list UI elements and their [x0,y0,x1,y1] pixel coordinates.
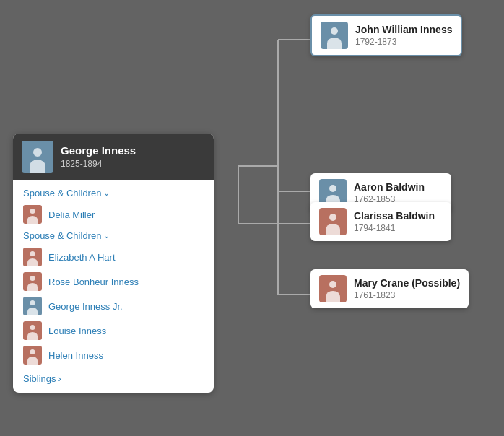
main-person-dates: 1825-1894 [61,159,136,169]
spouse1-avatar [23,205,42,224]
spouse1-chevron-icon: ⌄ [103,188,110,198]
tree-area: John William Inness 1792-1873 Aaron Bald… [238,0,504,436]
maternal-grandmother-avatar [319,275,347,302]
child-avatar-3 [23,346,42,365]
main-person-info: George Inness 1825-1894 [61,144,136,169]
spouse2-chevron-icon: ⌄ [103,231,110,240]
maternal-grandmother-card[interactable]: Mary Crane (Possible) 1761-1823 [310,269,469,308]
child-name-3: Helen Inness [48,350,103,361]
paternal-grandmother-info: Clarissa Baldwin 1794-1841 [354,210,435,233]
main-person-header[interactable]: George Inness 1825-1894 [13,134,214,180]
maternal-grandmother-dates: 1761-1823 [354,290,460,300]
paternal-grandmother-avatar [319,208,347,235]
main-person-name: George Inness [61,144,136,157]
paternal-grandfather-card[interactable]: John William Inness 1792-1873 [310,14,462,56]
maternal-grandmother-info: Mary Crane (Possible) 1761-1823 [354,277,460,300]
spouse1-section-header[interactable]: Spouse & Children ⌄ [13,184,214,202]
spouse1-name: Delia Miller [48,209,95,220]
spouse1-item[interactable]: Delia Miller [13,202,214,227]
siblings-label: Siblings [23,373,56,384]
spouse2-section-label: Spouse & Children [23,230,101,241]
paternal-grandmother-dates: 1794-1841 [354,223,435,233]
child-item-1[interactable]: George Inness Jr. [13,294,214,318]
spouse2-item[interactable]: Elizabeth A Hart [13,245,214,269]
spouse2-name: Elizabeth A Hart [48,252,116,263]
maternal-grandfather-name: Aaron Baldwin [354,181,425,193]
child-item-2[interactable]: Louise Inness [13,318,214,343]
paternal-grandmother-card[interactable]: Clarissa Baldwin 1794-1841 [310,202,451,241]
main-person-avatar [22,141,53,173]
child-name-1: George Inness Jr. [48,301,123,312]
paternal-grandfather-avatar [321,22,348,49]
spouse2-section-header[interactable]: Spouse & Children ⌄ [13,227,214,245]
spouse1-section-label: Spouse & Children [23,188,101,199]
child-avatar-0 [23,272,42,291]
siblings-link[interactable]: Siblings › [13,367,214,387]
paternal-grandfather-info: John William Inness 1792-1873 [355,24,452,47]
panel-body: Spouse & Children ⌄ Delia Miller Spouse … [13,180,214,393]
child-avatar-2 [23,321,42,340]
child-item-0[interactable]: Rose Bonheur Inness [13,269,214,294]
siblings-arrow-icon: › [58,373,61,384]
child-item-3[interactable]: Helen Inness [13,343,214,367]
paternal-grandmother-name: Clarissa Baldwin [354,210,435,222]
paternal-grandfather-dates: 1792-1873 [355,37,452,47]
child-name-2: Louise Inness [48,326,106,336]
paternal-grandfather-name: John William Inness [355,24,452,35]
left-panel: George Inness 1825-1894 Spouse & Childre… [13,134,214,393]
child-avatar-1 [23,297,42,315]
child-name-0: Rose Bonheur Inness [48,276,139,287]
maternal-grandfather-info: Aaron Baldwin 1762-1853 [354,181,425,204]
maternal-grandmother-name: Mary Crane (Possible) [354,277,460,289]
spouse2-avatar [23,248,42,266]
